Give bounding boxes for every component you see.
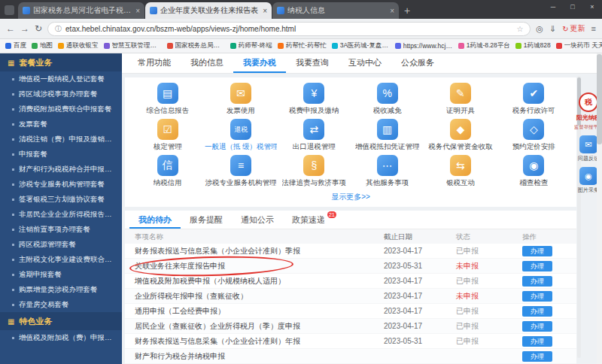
sidebar-item[interactable]: 清税注销（费）申报及缴销套餐: [0, 132, 122, 147]
tab-close-icon[interactable]: ×: [263, 7, 267, 15]
tab-inquiry[interactable]: 我要查询: [286, 53, 339, 73]
bookmark-item[interactable]: 药帮忙-药帮忙: [278, 41, 327, 50]
bookmark-star-icon[interactable]: ☆: [516, 25, 523, 33]
sidebar-item[interactable]: 跨区域涉税事项办理套餐: [0, 86, 122, 102]
sidebar-item[interactable]: 主附税文化事业建设费联合申报套餐: [0, 252, 122, 267]
bookmark-item[interactable]: 一块药币 天天约惠: [556, 41, 602, 50]
bookmark-favicon: [230, 43, 236, 49]
service-item[interactable]: ▤综合信息报告: [131, 81, 204, 117]
browser-tab-3[interactable]: 纳税人信息 ×: [272, 2, 399, 19]
handle-button[interactable]: 办理: [522, 246, 552, 256]
sidebar-item[interactable]: 逾期申报套餐: [0, 267, 122, 282]
scrollbar-thumb[interactable]: [597, 54, 602, 144]
tab-tax-services[interactable]: 我要办税: [233, 53, 286, 73]
show-more-link[interactable]: 显示更多>>: [131, 190, 570, 207]
service-icon: 信: [157, 155, 178, 176]
service-item[interactable]: ▥增值税抵扣凭证管理: [351, 117, 424, 153]
menu-icon[interactable]: ≡: [591, 24, 596, 33]
service-item[interactable]: 信纳税信用: [131, 153, 204, 190]
service-item[interactable]: ⇆银税互动: [424, 153, 497, 190]
sidebar-item[interactable]: 财产和行为税税种合并申报套餐: [0, 162, 122, 177]
handle-button[interactable]: 办理: [522, 261, 552, 271]
tab-policy-express[interactable]: 政策速递21: [283, 211, 334, 229]
tab-notices[interactable]: 通知公示: [232, 211, 283, 229]
tab-close-icon[interactable]: ×: [390, 7, 394, 15]
sidebar-item[interactable]: 消费税附加税费联合申报套餐: [0, 102, 122, 117]
site-info-icon[interactable]: ⓘ: [55, 24, 62, 34]
sidebar-item[interactable]: 发票套餐: [0, 117, 122, 132]
browser-scrollbar[interactable]: [597, 53, 602, 364]
bookmark-item[interactable]: 地图: [32, 41, 53, 50]
service-item[interactable]: ◆税务代保管资金收取: [424, 117, 497, 153]
tab-common-functions[interactable]: 常用功能: [128, 53, 181, 73]
tab-public-services[interactable]: 公众服务: [391, 53, 444, 73]
handle-button[interactable]: 办理: [522, 321, 552, 332]
tab-close-icon[interactable]: ×: [135, 7, 140, 15]
bookmark-item[interactable]: 1药城828: [515, 41, 551, 50]
handle-button[interactable]: 办理: [522, 306, 552, 317]
capture-widget[interactable]: ◉: [579, 167, 597, 185]
tab-my-todo[interactable]: 我的待办: [129, 211, 181, 229]
new-tab-button[interactable]: +: [404, 5, 410, 17]
refresh-button[interactable]: ↻: [35, 23, 42, 34]
tab-interaction[interactable]: 互动中心: [339, 53, 391, 73]
forward-button[interactable]: →: [20, 23, 29, 34]
sidebar-item[interactable]: 注销前置事项办理套餐: [0, 222, 122, 237]
service-item[interactable]: ⋯其他服务事项: [351, 153, 424, 190]
bookmark-item[interactable]: 3A医药城-复盘公...: [332, 41, 390, 50]
browser-tab-2[interactable]: 企业年度关联业务往来报告表 ×: [145, 2, 272, 19]
bookmark-item[interactable]: 1药城-8.28平台: [458, 41, 510, 50]
bookmark-item[interactable]: 药师帮-终端: [230, 41, 272, 50]
back-button[interactable]: ←: [6, 23, 15, 34]
address-bar[interactable]: ⓘ etax.hebel.chinatax.gov.cn/bszm-web/ap…: [47, 22, 531, 36]
handle-button[interactable]: 办理: [522, 291, 552, 302]
service-item[interactable]: 退税一般退（抵 缓）税管理: [204, 117, 277, 153]
bullet-icon: [12, 138, 14, 141]
status-badge: 未申报: [456, 289, 522, 303]
sidebar-item[interactable]: 增值税及附加税（费）申报（小规模纳税人适用）: [0, 330, 122, 345]
service-item[interactable]: ◇预约定价安排: [497, 117, 570, 153]
update-button[interactable]: ↻更新: [562, 23, 585, 34]
tab-service-reminder[interactable]: 服务提醒: [181, 211, 232, 229]
sunshine-tax-logo-icon[interactable]: 税: [579, 93, 598, 112]
sidebar-item[interactable]: 申报套餐: [0, 147, 122, 162]
service-item[interactable]: %税收减免: [351, 81, 424, 117]
browser-tab-1[interactable]: 国家税务总局河北省电子税务局 ×: [18, 2, 144, 19]
service-item[interactable]: ◉稽查检查: [497, 153, 570, 190]
sidebar-item[interactable]: 存量房交易套餐: [0, 297, 122, 312]
service-item[interactable]: ✎证明开具: [424, 81, 497, 117]
bookmark-item[interactable]: 百度: [5, 41, 26, 50]
service-item[interactable]: ¥税费申报及缴纳: [278, 81, 351, 117]
sidebar-item[interactable]: 跨区税源管理套餐: [0, 237, 122, 252]
sidebar-item[interactable]: 非居民企业企业所得税报告套餐: [0, 207, 122, 222]
service-item[interactable]: ✔税务行政许可: [497, 81, 570, 117]
bookmark-favicon: [58, 43, 64, 49]
tab-my-info[interactable]: 我的信息: [181, 53, 233, 73]
sidebar-item[interactable]: 涉税专业服务机构管理套餐: [0, 177, 122, 192]
sidebar-item[interactable]: 购票增量类涉税办理套餐: [0, 282, 122, 297]
bookmark-item[interactable]: 智慧互联管理系统3.0: [104, 41, 162, 50]
bookmark-item[interactable]: https://www.hcjk...: [395, 42, 453, 50]
handle-button[interactable]: 办理: [522, 276, 552, 287]
todo-row: 财务报表报送与信息采集（小企业会计准则）季报 2023-04-17 已申报 办理: [125, 244, 576, 259]
minimize-button[interactable]: ─: [543, 0, 563, 14]
search-icon[interactable]: ◎: [536, 24, 543, 34]
bookmark-favicon: [104, 43, 110, 49]
browser-logo: [5, 5, 14, 15]
maximize-button[interactable]: □: [563, 0, 582, 14]
handle-button[interactable]: 办理: [522, 336, 552, 347]
bookmark-item[interactable]: 通联收银宝: [58, 41, 99, 50]
sidebar-item[interactable]: 增值税一般纳税人登记套餐: [0, 71, 122, 86]
service-item[interactable]: ✉发票使用: [204, 81, 277, 117]
handle-button[interactable]: 办理: [522, 351, 552, 362]
service-item[interactable]: ☑核定管理: [131, 117, 204, 153]
service-item[interactable]: ⇄出口退税管理: [278, 117, 351, 153]
service-item[interactable]: ≡涉税专业服务机构管理: [204, 153, 277, 190]
service-item[interactable]: §法律追责与救济事项: [278, 153, 351, 190]
close-button[interactable]: ×: [582, 0, 602, 14]
feedback-widget[interactable]: ✉: [579, 135, 597, 153]
bookmark-item[interactable]: 国家税务总局河北电...: [167, 41, 225, 50]
bullet-icon: [12, 229, 14, 231]
download-icon[interactable]: ⇓: [549, 24, 556, 34]
sidebar-item[interactable]: 签署银税三方划缴协议套餐: [0, 192, 122, 207]
